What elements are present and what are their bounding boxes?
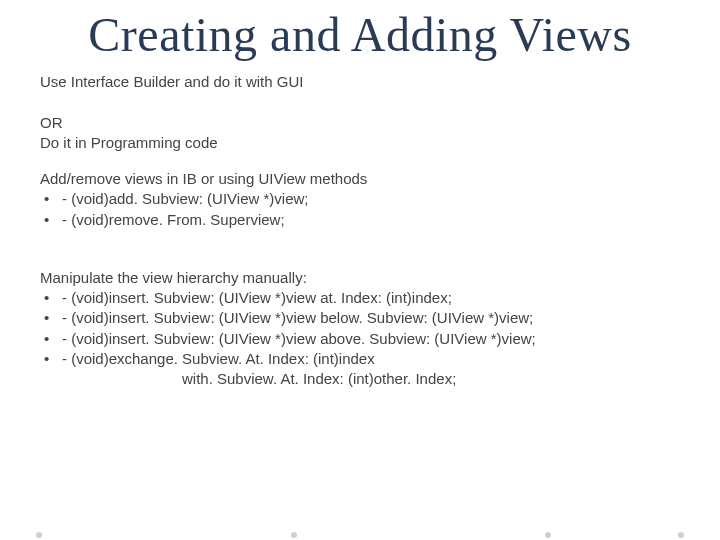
dot-icon xyxy=(36,532,42,538)
list-item: - (void)insert. Subview: (UIView *)view … xyxy=(40,308,680,328)
list-item-text: - (void)exchange. Subview. At. Index: (i… xyxy=(62,350,375,367)
list-item-continuation: with. Subview. At. Index: (int)other. In… xyxy=(62,369,680,389)
or-line: OR xyxy=(40,113,680,133)
intro-block-1: Use Interface Builder and do it with GUI xyxy=(40,72,680,92)
list-item: - (void)insert. Subview: (UIView *)view … xyxy=(40,329,680,349)
manipulate-list: - (void)insert. Subview: (UIView *)view … xyxy=(40,288,680,389)
intro-line: Use Interface Builder and do it with GUI xyxy=(40,72,680,92)
footer-dots xyxy=(0,532,720,540)
intro-block-2: OR Do it in Programming code xyxy=(40,113,680,154)
slide: Creating and Adding Views Use Interface … xyxy=(0,10,720,540)
add-remove-block: Add/remove views in IB or using UIView m… xyxy=(40,169,680,230)
slide-title: Creating and Adding Views xyxy=(40,10,680,60)
list-item: - (void)remove. From. Superview; xyxy=(40,210,680,230)
manipulate-block: Manipulate the view hierarchy manually: … xyxy=(40,268,680,390)
dot-icon xyxy=(678,532,684,538)
list-item: - (void)insert. Subview: (UIView *)view … xyxy=(40,288,680,308)
add-remove-list: - (void)add. Subview: (UIView *)view; - … xyxy=(40,189,680,230)
manipulate-heading: Manipulate the view hierarchy manually: xyxy=(40,268,680,288)
list-item: - (void)exchange. Subview. At. Index: (i… xyxy=(40,349,680,390)
dot-icon xyxy=(291,532,297,538)
add-remove-heading: Add/remove views in IB or using UIView m… xyxy=(40,169,680,189)
programming-line: Do it in Programming code xyxy=(40,133,680,153)
list-item: - (void)add. Subview: (UIView *)view; xyxy=(40,189,680,209)
dot-icon xyxy=(545,532,551,538)
